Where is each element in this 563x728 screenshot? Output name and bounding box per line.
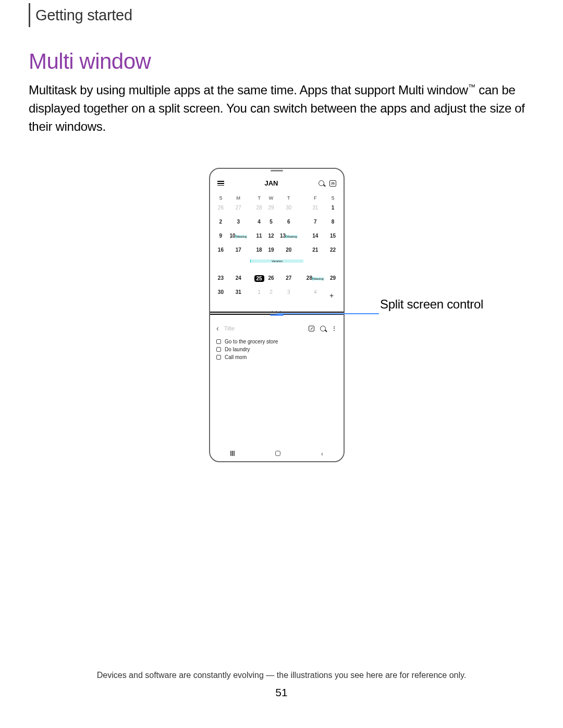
back-icon[interactable]: ‹ — [216, 324, 219, 332]
calendar-cell[interactable]: 26 — [267, 273, 276, 287]
calendar-cell[interactable]: 29 — [328, 273, 337, 287]
split-dots-icon: • • • — [272, 310, 282, 313]
calendar-event[interactable]: Meeting — [236, 235, 248, 238]
intro-paragraph: Multitask by using multiple apps at the … — [29, 81, 534, 135]
calendar-cell[interactable]: 30 — [275, 203, 302, 217]
calendar-month-label[interactable]: JAN — [264, 179, 278, 187]
calendar-cell[interactable]: 28 — [252, 203, 267, 217]
calendar-cell[interactable]: 21 — [302, 245, 328, 259]
note-item[interactable]: Call mom — [216, 353, 337, 361]
dow-header: T — [275, 190, 302, 203]
page-header: Getting started — [29, 3, 534, 27]
calendar-cell[interactable]: 30 — [216, 287, 225, 301]
calendar-cell[interactable]: 7 — [302, 217, 328, 231]
search-icon[interactable] — [319, 180, 324, 186]
header-accent-bar — [29, 3, 30, 27]
add-event-button[interactable]: + — [327, 291, 336, 300]
dow-header: W — [267, 190, 276, 203]
menu-icon[interactable] — [217, 181, 224, 186]
vacation-event-bar[interactable]: Vacation — [250, 260, 303, 263]
illustration-figure: JAN 25 SMTWTFS 26272829303112345678910Me… — [29, 168, 534, 480]
calendar-cell[interactable]: 17 — [225, 245, 252, 259]
more-icon[interactable] — [331, 325, 337, 331]
calendar-cell[interactable]: 5 — [267, 217, 276, 231]
note-item[interactable]: Go to the grocery store — [216, 338, 337, 346]
calendar-cell[interactable]: 13Meeting — [275, 231, 302, 245]
calendar-event[interactable]: Meeting — [286, 235, 298, 238]
back-nav-icon[interactable]: ‹ — [321, 450, 323, 458]
calendar-cell[interactable]: 16 — [216, 245, 225, 259]
dow-header: S — [216, 190, 225, 203]
calendar-cell[interactable]: 27 — [275, 273, 302, 287]
footer-disclaimer: Devices and software are constantly evol… — [0, 671, 563, 680]
calendar-cell[interactable]: 31 — [302, 203, 328, 217]
today-icon[interactable]: 25 — [329, 180, 336, 187]
calendar-cell[interactable]: 9 — [216, 231, 225, 245]
calendar-cell[interactable]: 14 — [302, 231, 328, 245]
calendar-cell[interactable]: 2 — [267, 287, 276, 301]
calendar-cell[interactable]: 29 — [267, 203, 276, 217]
note-text: Call mom — [225, 354, 247, 360]
trademark-symbol: ™ — [468, 83, 475, 91]
calendar-cell[interactable]: 23 — [216, 273, 225, 287]
dow-header: T — [252, 190, 267, 203]
calendar-cell[interactable]: 1 — [252, 287, 267, 301]
calendar-grid: SMTWTFS 26272829303112345678910Meeting11… — [216, 190, 337, 301]
search-icon[interactable] — [320, 325, 326, 331]
note-text: Go to the grocery store — [225, 339, 278, 344]
edit-icon[interactable] — [308, 325, 314, 331]
notes-list: Go to the grocery storeDo laundryCall mo… — [216, 338, 337, 361]
calendar-cell[interactable]: 12 — [267, 231, 276, 245]
calendar-cell[interactable]: 31 — [225, 287, 252, 301]
calendar-cell[interactable]: 6 — [275, 217, 302, 231]
intro-text-a: Multitask by using multiple apps at the … — [29, 83, 468, 97]
calendar-cell[interactable]: 18 — [252, 245, 267, 259]
checkbox-icon[interactable] — [216, 355, 221, 360]
calendar-cell[interactable]: 8 — [328, 217, 337, 231]
note-item[interactable]: Do laundry — [216, 346, 337, 353]
notes-app: ‹ Title Go to the grocery storeDo laundr… — [210, 320, 344, 446]
page-number: 51 — [0, 686, 563, 699]
calendar-event[interactable]: Meeting — [312, 277, 324, 280]
home-nav-icon[interactable] — [275, 451, 280, 456]
calendar-cell[interactable]: + — [328, 287, 337, 301]
split-handle-icon[interactable] — [270, 314, 284, 316]
notes-toolbar: ‹ Title — [216, 323, 337, 338]
dow-header: S — [328, 190, 337, 203]
breadcrumb: Getting started — [35, 7, 132, 24]
calendar-cell[interactable]: 22 — [328, 245, 337, 259]
android-navbar: ‹ — [210, 446, 344, 461]
calendar-cell[interactable]: 15 — [328, 231, 337, 245]
calendar-cell[interactable]: 20 — [275, 245, 302, 259]
calendar-cell[interactable]: 27 — [225, 203, 252, 217]
calendar-cell[interactable]: 4 — [252, 217, 267, 231]
calendar-cell[interactable]: 28Meeting — [302, 273, 328, 287]
checkbox-icon[interactable] — [216, 339, 221, 344]
notes-title-field[interactable]: Title — [224, 325, 303, 331]
calendar-cell[interactable]: 25 — [252, 273, 267, 287]
calendar-cell[interactable]: 10Meeting — [225, 231, 252, 245]
phone-notch — [271, 170, 283, 171]
calendar-toolbar: JAN 25 — [216, 177, 337, 190]
callout-label: Split screen control — [380, 297, 483, 312]
calendar-cell[interactable]: 1 — [328, 203, 337, 217]
calendar-cell[interactable]: 11 — [252, 231, 267, 245]
page-title: Multi window — [29, 49, 534, 74]
calendar-cell[interactable]: 19 — [267, 245, 276, 259]
calendar-cell[interactable]: 2 — [216, 217, 225, 231]
note-text: Do laundry — [225, 347, 250, 352]
dow-header: M — [225, 190, 252, 203]
calendar-cell[interactable]: 3 — [225, 217, 252, 231]
dow-header: F — [302, 190, 328, 203]
calendar-cell[interactable]: 24 — [225, 273, 252, 287]
calendar-app: JAN 25 SMTWTFS 26272829303112345678910Me… — [210, 177, 344, 311]
checkbox-icon[interactable] — [216, 347, 221, 352]
callout-leader-line — [277, 313, 379, 314]
calendar-cell[interactable]: 3 — [275, 287, 302, 301]
recents-nav-icon[interactable] — [230, 451, 235, 456]
calendar-cell[interactable]: 26 — [216, 203, 225, 217]
phone-frame: JAN 25 SMTWTFS 26272829303112345678910Me… — [209, 168, 345, 462]
calendar-cell[interactable]: 4 — [302, 287, 328, 301]
